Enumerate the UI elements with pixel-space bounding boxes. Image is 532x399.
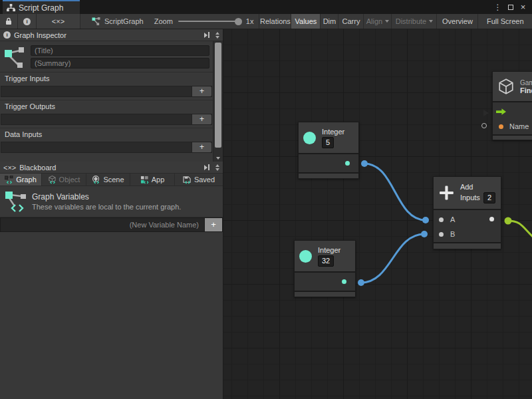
scroll-up-icon xyxy=(215,32,219,35)
add-data-input-button[interactable]: + xyxy=(192,142,211,152)
toolbar-button-values[interactable]: Values xyxy=(291,14,321,29)
code-view-button[interactable]: <×> xyxy=(37,14,80,29)
side-panel: i Graph Inspector xyxy=(0,29,223,399)
window-tab-bar: Script Graph ⋮ × xyxy=(0,0,532,14)
section-trigger-inputs-label: Trigger Inputs xyxy=(0,72,213,84)
port-b-label: B xyxy=(450,230,455,238)
scroll-down-icon xyxy=(215,168,219,171)
toolbar-button-relations[interactable]: Relations xyxy=(259,14,291,29)
inputs-count-field[interactable]: 2 xyxy=(483,192,495,203)
scene-icon xyxy=(92,176,100,184)
code-icon: <×> xyxy=(3,164,16,172)
section-data-inputs-label: Data Inputs xyxy=(0,128,213,140)
output-port[interactable] xyxy=(342,279,346,284)
integer-type-icon xyxy=(303,132,316,144)
toolbar-button-align[interactable]: Align xyxy=(364,14,392,29)
unconnected-trigger-port-icon[interactable] xyxy=(483,110,489,116)
inspect-button[interactable]: i xyxy=(18,14,37,29)
data-inputs-list: + xyxy=(1,142,212,153)
new-variable-row: + xyxy=(0,217,223,232)
node-title: Integer xyxy=(322,128,344,136)
add-variable-button[interactable]: + xyxy=(205,217,223,232)
window-maximize-icon[interactable] xyxy=(505,2,515,12)
gameobject-cube-icon xyxy=(497,78,515,95)
trigger-input-arrow-icon[interactable] xyxy=(496,108,506,115)
node-integer-5[interactable]: Integer 5 xyxy=(298,122,359,179)
toolbar-button-fullscreen[interactable]: Full Screen xyxy=(478,14,532,29)
graph-name: ScriptGraph xyxy=(104,17,144,25)
new-variable-input[interactable] xyxy=(0,217,205,232)
tab-saved[interactable]: Saved xyxy=(175,174,223,186)
wire-integer32-to-add-b[interactable] xyxy=(361,234,424,283)
node-title: Integer xyxy=(318,246,340,254)
graph-canvas[interactable]: Integer 5 Integer 32 xyxy=(223,29,532,399)
integer-value-field[interactable]: 5 xyxy=(322,137,334,148)
script-graph-icon xyxy=(7,3,15,12)
code-icon: <×> xyxy=(52,17,65,25)
input-port-a[interactable] xyxy=(439,217,444,222)
dock-panel-icon[interactable] xyxy=(204,32,209,38)
trigger-outputs-list: + xyxy=(1,114,212,125)
toolbar-button-dim[interactable]: Dim xyxy=(321,14,338,29)
summary-field[interactable] xyxy=(31,58,209,68)
toolbar-button-overview[interactable]: Overview xyxy=(437,14,478,29)
toolbar-button-carry[interactable]: Carry xyxy=(338,14,364,29)
scroll-down-icon xyxy=(215,36,219,39)
unconnected-value-port-icon[interactable] xyxy=(481,123,487,128)
integer-value-field[interactable]: 32 xyxy=(318,255,334,267)
graph-variables-icon xyxy=(4,189,28,214)
blackboard-title: Blackboard xyxy=(19,164,56,172)
graph-variables-heading: Graph Variables xyxy=(32,192,181,201)
scrollbar-thumb[interactable] xyxy=(215,43,221,148)
tab-app[interactable]: App xyxy=(130,174,175,186)
node-title: Find xyxy=(520,86,532,94)
zoom-label: Zoom xyxy=(154,14,173,29)
wire-endpoint[interactable] xyxy=(505,217,512,225)
input-port-name[interactable] xyxy=(499,124,503,129)
window-menu-icon[interactable]: ⋮ xyxy=(493,2,503,12)
zoom-slider-handle[interactable] xyxy=(235,18,242,25)
dropdown-caret-icon xyxy=(429,20,433,23)
window-controls: ⋮ × xyxy=(493,0,532,14)
output-port-sum[interactable] xyxy=(489,217,494,221)
tab-script-graph[interactable]: Script Graph xyxy=(3,0,80,14)
node-subtitle: Game xyxy=(520,79,532,86)
wire-integer5-to-add-a[interactable] xyxy=(364,164,426,220)
tab-scene[interactable]: Scene xyxy=(86,174,130,186)
script-graph-window: Script Graph ⋮ × i <×> xyxy=(0,0,532,399)
inspector-scrollbar[interactable] xyxy=(213,41,223,162)
node-gameobject-find[interactable]: Game Find Name xyxy=(492,71,532,140)
title-field-wrap xyxy=(31,45,209,56)
info-icon: i xyxy=(3,31,11,39)
lock-button[interactable] xyxy=(0,14,18,29)
node-title: Add xyxy=(460,183,495,191)
scroll-arrows[interactable] xyxy=(213,164,221,171)
node-integer-32[interactable]: Integer 32 xyxy=(294,240,356,297)
graph-breadcrumb[interactable]: ScriptGraph xyxy=(92,14,144,29)
add-trigger-input-button[interactable]: + xyxy=(192,86,211,96)
wire-endpoint[interactable] xyxy=(421,231,428,237)
add-icon xyxy=(438,184,455,201)
wire-add-output[interactable] xyxy=(508,221,532,242)
dock-panel-icon[interactable] xyxy=(204,164,209,170)
wire-endpoint[interactable] xyxy=(358,279,364,286)
scroll-arrows[interactable] xyxy=(213,32,221,39)
scroll-up-icon xyxy=(215,164,219,167)
add-trigger-output-button[interactable]: + xyxy=(192,114,211,124)
wire-endpoint[interactable] xyxy=(422,217,429,223)
title-field[interactable] xyxy=(31,45,209,56)
graph-variables-description: These variables are local to the current… xyxy=(32,203,181,211)
tab-object[interactable]: Object xyxy=(42,174,86,186)
blackboard-tabs: Graph Object Scene xyxy=(0,174,223,186)
output-port[interactable] xyxy=(345,161,350,166)
zoom-slider[interactable] xyxy=(178,21,241,22)
toolbar-button-distribute[interactable]: Distribute xyxy=(392,14,437,29)
scroll-down-icon[interactable] xyxy=(213,157,223,160)
node-add[interactable]: Add Inputs 2 A B xyxy=(433,176,501,249)
object-icon xyxy=(48,176,57,184)
tab-graph[interactable]: Graph xyxy=(0,174,42,186)
window-close-icon[interactable]: × xyxy=(518,2,528,12)
input-port-b[interactable] xyxy=(439,232,444,237)
wire-endpoint[interactable] xyxy=(361,160,368,167)
graph-inspector-header: i Graph Inspector xyxy=(0,29,223,41)
